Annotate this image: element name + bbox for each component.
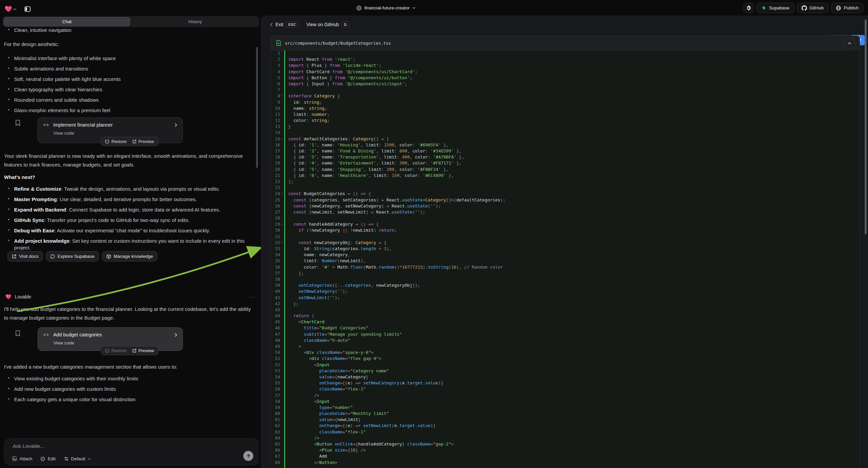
code-text: className="flex-1" xyxy=(284,386,366,392)
code-line-10: 10 name: string; xyxy=(271,106,860,112)
next-steps-list: Refine & Customize: Tweak the design, an… xyxy=(0,186,255,255)
preview-button[interactable]: Preview xyxy=(132,139,154,144)
fold-spacer xyxy=(280,325,284,331)
code-text: if (!newCategory || !newLimit) return; xyxy=(284,227,397,233)
line-number: 20 xyxy=(271,167,280,173)
visit-docs-button[interactable]: Visit docs xyxy=(7,251,43,262)
project-name-menu[interactable]: financial-future-creator xyxy=(356,3,416,13)
tab-chat[interactable]: Chat xyxy=(4,17,130,26)
code-line-23: 23 xyxy=(271,185,860,191)
fold-chevron-icon[interactable]: ▾ xyxy=(280,221,284,227)
view-code-link[interactable]: View code xyxy=(53,341,177,346)
line-number: 33 xyxy=(271,246,280,252)
fold-spacer xyxy=(280,106,284,112)
line-number: 7 xyxy=(271,87,280,93)
code-text: /> xyxy=(284,392,319,399)
bookmark-icon[interactable] xyxy=(15,330,21,337)
code-editor[interactable]: 12import React from 'react';3import { Pl… xyxy=(271,50,860,468)
code-line-8: 8▾interface Category { xyxy=(271,93,860,99)
send-button[interactable] xyxy=(243,451,253,461)
fold-spacer xyxy=(280,50,284,56)
intro-bullet: Clean, intuitive navigation xyxy=(0,27,255,34)
restore-button[interactable]: Restore xyxy=(105,139,127,144)
design-bullet: Subtle animations and transitions xyxy=(0,65,255,72)
diff-added-gutter-bar xyxy=(284,50,285,468)
attach-image-icon xyxy=(12,456,17,461)
code-line-6: 6import { Input } from '@/components/ui/… xyxy=(271,81,860,87)
fold-spacer xyxy=(280,288,284,294)
line-number: 47 xyxy=(271,331,280,338)
tab-history[interactable]: History xyxy=(132,17,258,26)
code-line-38: 38 xyxy=(271,276,860,282)
code-line-62: 62 onChange={(e) => setNewLimit(e.target… xyxy=(271,423,860,429)
arrow-up-icon xyxy=(246,454,251,458)
toggle-sidebar-button[interactable] xyxy=(23,4,33,14)
fold-chevron-icon[interactable]: ▾ xyxy=(280,136,284,142)
code-line-39: 39 setCategories([...categories, newCate… xyxy=(271,282,860,288)
chevron-left-icon xyxy=(270,23,273,27)
fold-spacer xyxy=(280,313,284,319)
code-line-27: 27 const [newLimit, setNewLimit] = React… xyxy=(271,209,860,215)
code-text: { id: '3', name: 'Transportation', limit… xyxy=(284,154,464,160)
code-line-40: 40 setNewCategory(''); xyxy=(271,288,860,294)
code-icon: <> xyxy=(43,332,49,337)
assistant-header: Lovable ··· xyxy=(5,294,255,299)
lovable-logo-menu[interactable] xyxy=(5,6,17,12)
code-line-42: 42 }; xyxy=(271,301,860,307)
chat-scrollbar[interactable] xyxy=(256,47,258,168)
file-header[interactable]: src/components/budget/BudgetCategories.t… xyxy=(271,36,860,50)
exit-button[interactable]: Exit ESC xyxy=(270,22,298,28)
restore-button[interactable]: Restore xyxy=(105,348,127,353)
preview-button[interactable]: Preview xyxy=(132,348,154,353)
line-number: 64 xyxy=(271,435,280,441)
code-line-61: 61 value={newLimit} xyxy=(271,417,860,423)
bookmark-icon[interactable] xyxy=(15,119,21,126)
code-text: <div className="flex gap-4"> xyxy=(284,355,381,361)
code-text: interface Category { xyxy=(284,93,340,99)
github-button[interactable]: GitHub xyxy=(797,3,829,13)
explore-supabase-button[interactable]: Explore Supabase xyxy=(46,251,99,262)
fold-spacer xyxy=(280,338,284,344)
code-scrollbar[interactable] xyxy=(865,20,867,234)
settings-button[interactable] xyxy=(744,3,754,13)
fold-spacer xyxy=(280,429,284,435)
fold-spacer xyxy=(280,215,284,221)
code-line-14: 14 xyxy=(271,129,860,136)
fold-chevron-icon[interactable]: ▾ xyxy=(280,191,284,197)
message-options-button[interactable]: ··· xyxy=(249,294,255,299)
code-line-51: 51 <div className="flex gap-4"> xyxy=(271,355,860,361)
attach-button[interactable]: Attach xyxy=(12,456,32,461)
fold-spacer xyxy=(280,252,284,258)
manage-knowledge-button[interactable]: Manage knowledge xyxy=(102,251,157,262)
code-line-35: 35 limit: Number(newLimit), xyxy=(271,258,860,264)
file-path: src/components/budget/BudgetCategories.t… xyxy=(285,40,391,46)
publish-button[interactable]: Publish xyxy=(831,3,863,13)
code-line-3: 3import { Plus } from 'lucide-react'; xyxy=(271,62,860,68)
edit-button[interactable]: Edit xyxy=(40,456,55,461)
code-line-43: 43 xyxy=(271,307,860,313)
chevron-down-icon xyxy=(13,8,17,10)
mode-selector[interactable]: Default xyxy=(64,456,91,461)
fold-spacer xyxy=(280,197,284,203)
chat-input[interactable] xyxy=(12,443,215,449)
line-number: 35 xyxy=(271,258,280,264)
lovable-heart-icon xyxy=(5,6,12,12)
line-number: 44 xyxy=(271,313,280,319)
fold-chevron-icon[interactable]: ▾ xyxy=(280,93,284,99)
line-number: 32 xyxy=(271,240,280,246)
supabase-button[interactable]: Supabase xyxy=(756,3,794,13)
code-line-7: 7 xyxy=(271,87,860,93)
view-code-link[interactable]: View code xyxy=(53,130,177,136)
fold-chevron-icon[interactable]: ▾ xyxy=(280,240,284,246)
feature-bullet: Each category gets a unique color for vi… xyxy=(0,396,255,403)
code-text: color: string; xyxy=(284,117,330,123)
fold-spacer xyxy=(280,209,284,215)
line-number: 30 xyxy=(271,227,280,233)
view-on-github-button[interactable]: View on GitHub G xyxy=(306,22,349,28)
restore-preview-toolbar: Restore Preview xyxy=(101,137,158,146)
code-text: <div className="space-y-6"> xyxy=(284,350,373,355)
line-number: 2 xyxy=(271,56,280,62)
collapse-file-button[interactable] xyxy=(844,38,855,48)
line-number: 52 xyxy=(271,362,280,368)
code-text: title="Budget Categories" xyxy=(284,325,368,331)
